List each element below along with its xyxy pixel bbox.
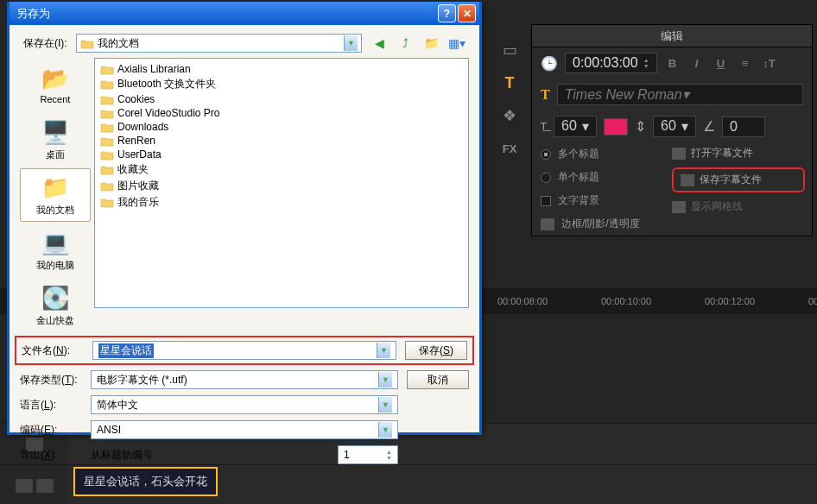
- save-as-dialog: 另存为 ? ✕ 保存在(I): 我的文档 ▼ ◀ ⤴ 📁 ▦▾ 📂Recent …: [7, 2, 482, 435]
- vertical-text-button[interactable]: ↕T: [761, 55, 778, 71]
- rotation-input[interactable]: 0: [722, 117, 765, 137]
- font-size-select[interactable]: 60▾: [554, 116, 597, 137]
- border-label[interactable]: 边框/阴影/透明度: [561, 217, 640, 231]
- fx-tool-icon[interactable]: FX: [497, 135, 522, 161]
- radio-multi-title[interactable]: [541, 149, 551, 160]
- list-item[interactable]: RenRen: [98, 134, 465, 148]
- dialog-titlebar[interactable]: 另存为 ? ✕: [10, 2, 479, 25]
- list-item[interactable]: Corel VideoStudio Pro: [98, 106, 465, 120]
- ab-tool-icon[interactable]: ▭: [497, 37, 522, 63]
- bold-button[interactable]: B: [664, 55, 681, 71]
- chevron-down-icon[interactable]: ▼: [378, 422, 392, 438]
- filetype-label: 保存类型(T):: [20, 373, 82, 387]
- place-desktop[interactable]: 🖥️桌面: [20, 113, 91, 167]
- title-tool-icon[interactable]: T: [497, 70, 522, 96]
- list-item[interactable]: Cookies: [98, 92, 465, 106]
- font-color-swatch[interactable]: [604, 118, 628, 135]
- show-grid-button[interactable]: 显示网格线: [672, 199, 805, 214]
- folder-icon: [80, 38, 94, 49]
- rotation-icon: ∠: [703, 118, 715, 135]
- check-text-bg-label: 文字背景: [558, 193, 599, 208]
- list-item[interactable]: UserData: [98, 148, 465, 161]
- folder-icon: [100, 149, 114, 161]
- location-select[interactable]: 我的文档 ▼: [76, 34, 362, 53]
- place-mycomputer[interactable]: 💻我的电脑: [20, 224, 91, 277]
- help-button[interactable]: ?: [438, 4, 456, 22]
- language-label: 语言(L):: [20, 398, 82, 413]
- folder-icon: [100, 79, 114, 90]
- place-recent[interactable]: 📂Recent: [20, 58, 91, 111]
- filename-input[interactable]: 星星会说话▼: [92, 341, 396, 360]
- chevron-down-icon[interactable]: ▼: [378, 397, 392, 413]
- line-spacing-select[interactable]: 60▾: [653, 116, 696, 137]
- folder-icon: [100, 197, 114, 208]
- edit-panel: 编辑 🕒 0:00:03:00 ▲▼ B I U ≡ ↕T T Times Ne…: [531, 24, 813, 236]
- drive-icon: 💽: [41, 285, 69, 312]
- desktop-icon: 🖥️: [41, 119, 69, 147]
- font-select[interactable]: Times New Roman▾: [557, 84, 803, 105]
- timeline-tick-label: 00:00:08:00: [497, 296, 548, 306]
- filename-label: 文件名(N):: [22, 343, 84, 358]
- open-subtitle-button[interactable]: 打开字幕文件: [672, 146, 805, 161]
- chevron-down-icon[interactable]: ▼: [378, 372, 392, 387]
- view-menu-button[interactable]: ▦▾: [448, 35, 466, 52]
- save-subtitle-highlight: 保存字幕文件: [672, 167, 805, 192]
- open-subtitle-icon: [672, 148, 686, 160]
- folder-icon: [100, 64, 114, 75]
- timeline-tick-label: 00:00:10:00: [601, 296, 651, 306]
- save-in-label: 保存在(I):: [23, 36, 67, 51]
- cancel-button[interactable]: 取消: [407, 370, 469, 389]
- folder-icon: [100, 108, 114, 119]
- grid-icon: [672, 201, 686, 213]
- italic-button[interactable]: I: [688, 55, 706, 71]
- link-icon[interactable]: [16, 479, 33, 493]
- export-number-input[interactable]: 1▲▼: [338, 445, 398, 464]
- list-item[interactable]: Downloads: [98, 120, 465, 134]
- list-item[interactable]: Axialis Librarian: [98, 62, 465, 76]
- save-subtitle-button[interactable]: 保存字幕文件: [681, 173, 796, 187]
- place-kingsoft[interactable]: 💽金山快盘: [20, 279, 91, 332]
- radio-multi-label: 多个标题: [558, 147, 599, 161]
- computer-icon: 💻: [41, 230, 69, 257]
- title-track-icon[interactable]: [36, 479, 54, 493]
- font-size-icon: T͟: [541, 121, 547, 132]
- align-center-button[interactable]: ≡: [737, 55, 754, 71]
- line-spacing-icon: ⇕: [635, 118, 646, 135]
- folder-icon: [100, 180, 114, 192]
- list-item[interactable]: 图片收藏: [98, 178, 465, 194]
- chevron-down-icon[interactable]: ▼: [344, 35, 358, 51]
- save-subtitle-icon: [681, 174, 694, 186]
- underline-button[interactable]: U: [712, 55, 730, 71]
- radio-single-label: 单个标题: [558, 170, 599, 185]
- new-folder-button[interactable]: 📁: [422, 35, 440, 52]
- close-button[interactable]: ✕: [458, 4, 476, 22]
- radio-single-title[interactable]: [541, 173, 551, 183]
- save-button[interactable]: 保存(S): [405, 341, 467, 360]
- font-icon: T: [541, 87, 550, 103]
- list-item[interactable]: 收藏夹: [98, 161, 465, 178]
- timeline-tick-label: 00:: [808, 296, 817, 306]
- encoding-select[interactable]: ANSI▼: [91, 420, 398, 439]
- clock-icon: 🕒: [541, 55, 558, 72]
- back-button[interactable]: ◀: [370, 35, 388, 52]
- place-mydocs[interactable]: 📁我的文档: [20, 168, 91, 222]
- up-button[interactable]: ⤴: [396, 35, 414, 52]
- duration-input[interactable]: 0:00:03:00 ▲▼: [565, 53, 657, 73]
- border-icon: [541, 218, 554, 230]
- check-text-bg[interactable]: [541, 196, 551, 206]
- transition-tool-icon[interactable]: ❖: [497, 103, 522, 129]
- filetype-select[interactable]: 电影字幕文件 (*.utf)▼: [91, 370, 398, 389]
- folder-icon: [100, 164, 114, 175]
- folder-icon: [100, 122, 114, 133]
- mydocs-icon: 📁: [41, 174, 69, 202]
- recent-icon: 📂: [41, 65, 69, 92]
- list-item[interactable]: 我的音乐: [98, 194, 465, 211]
- file-list[interactable]: Axialis Librarian Bluetooth 交换文件夹 Cookie…: [94, 58, 469, 308]
- folder-icon: [100, 94, 114, 105]
- dialog-title: 另存为: [13, 6, 436, 22]
- chevron-down-icon[interactable]: ▼: [377, 343, 390, 358]
- edit-panel-title[interactable]: 编辑: [532, 25, 812, 47]
- filename-highlight: 文件名(N): 星星会说话▼ 保存(S): [15, 336, 474, 365]
- language-select[interactable]: 简体中文▼: [91, 395, 398, 414]
- list-item[interactable]: Bluetooth 交换文件夹: [98, 76, 465, 92]
